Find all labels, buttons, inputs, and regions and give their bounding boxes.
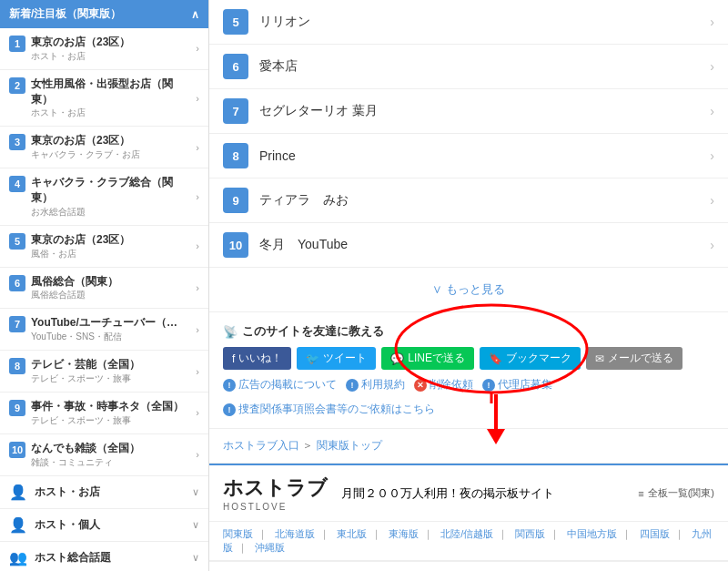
arrow-icon-2: › xyxy=(196,93,199,104)
sidebar-category-host-shop[interactable]: 👤 ホスト・お店 ∨ xyxy=(0,476,208,509)
row-arrow-5: › xyxy=(710,15,714,29)
tw-icon: 🐦 xyxy=(306,352,319,365)
share-mail-button[interactable]: ✉ メールで送る xyxy=(586,347,682,370)
ranking-row-8[interactable]: 8 Prince › xyxy=(209,134,728,178)
sidebar-item-1[interactable]: 1 東京のお店（23区） ホスト・お店 › xyxy=(0,28,208,70)
logo-ja: ホストラブ xyxy=(223,474,328,502)
arrow-icon-7: › xyxy=(196,324,199,335)
row-arrow-9: › xyxy=(710,193,714,208)
sidebar-item-9[interactable]: 9 事件・事故・時事ネタ（全国） テレビ・スポーツ・旅事 › xyxy=(0,393,208,434)
footer-link-hokkaido[interactable]: 北海道版 xyxy=(275,528,315,539)
fb-label: いいね！ xyxy=(238,351,282,366)
sidebar-item-sub-4: お水総合話題 xyxy=(31,206,190,219)
rank-num-10: 10 xyxy=(223,232,248,258)
sidebar-section-header[interactable]: 新着/注目板（関東版） ∧ xyxy=(0,0,208,28)
arrow-icon-6: › xyxy=(196,282,199,293)
sidebar-item-2[interactable]: 2 女性用風俗・出張型お店（関東） ホスト・お店 › xyxy=(0,70,208,127)
more-button-wrap[interactable]: ∨ もっと見る xyxy=(209,268,728,312)
sidebar-item-7[interactable]: 7 YouTube/ユーチューバー（… YouTube・SNS・配信 › xyxy=(0,309,208,351)
host-general-icon: 👥 xyxy=(9,549,27,566)
footer-link-chugoku[interactable]: 中国地方版 xyxy=(567,528,617,539)
sidebar-item-10[interactable]: 10 なんでも雑談（全国） 雑談・コミュニティ › xyxy=(0,434,208,476)
ranking-title-5: リリオン xyxy=(259,14,710,30)
sidebar-item-6[interactable]: 6 風俗総合（関東） 風俗総合話題 › xyxy=(0,268,208,310)
ad-icon: ! xyxy=(223,379,236,392)
footer-link-kanto[interactable]: 関東版 xyxy=(223,528,253,539)
row-arrow-6: › xyxy=(710,59,714,74)
rank-badge-10: 10 xyxy=(9,442,25,458)
link-delete[interactable]: ✕ 削除依頼 xyxy=(414,377,473,393)
terms-link[interactable]: 利用規約 xyxy=(361,377,405,393)
arrow-icon-10: › xyxy=(196,449,199,460)
category-arrow-2: ∨ xyxy=(192,519,199,531)
rank-num-8: 8 xyxy=(223,143,248,168)
wifi-icon: 📡 xyxy=(223,325,238,339)
more-button[interactable]: ∨ もっと見る xyxy=(432,282,505,296)
row-arrow-8: › xyxy=(710,148,714,163)
sidebar-item-sub-3: キャバクラ・クラブ・お店 xyxy=(31,148,190,161)
sidebar-item-sub-7: YouTube・SNS・配信 xyxy=(31,331,190,343)
sidebar-item-title-2: 女性用風俗・出張型お店（関東） xyxy=(31,76,190,107)
footer-link-tokai[interactable]: 東海版 xyxy=(389,528,419,539)
share-twitter-button[interactable]: 🐦 ツイート xyxy=(297,347,376,370)
ranking-row-9[interactable]: 9 ティアラ みお › xyxy=(209,178,728,223)
host-person-icon: 👤 xyxy=(9,516,27,534)
share-title-text: このサイトを友達に教える xyxy=(242,323,384,340)
share-bookmark-button[interactable]: 🔖 ブックマーク xyxy=(480,347,581,370)
link-agency[interactable]: ! 代理店募集 xyxy=(482,377,552,393)
share-facebook-button[interactable]: f いいね！ xyxy=(223,347,291,370)
ad-link[interactable]: 広告の掲載について xyxy=(238,377,337,393)
rank-badge-5: 5 xyxy=(9,233,25,250)
ranking-row-5[interactable]: 5 リリオン › xyxy=(209,0,728,45)
sidebar-category-label-3: ホスト総合話題 xyxy=(35,550,185,566)
sidebar-item-sub-10: 雑談・コミュニティ xyxy=(31,456,190,469)
sidebar-item-3[interactable]: 3 東京のお店（23区） キャバクラ・クラブ・お店 › xyxy=(0,127,208,168)
ranking-row-10[interactable]: 10 冬月 YouTube › xyxy=(209,223,728,268)
sidebar-item-8[interactable]: 8 テレビ・芸能（全国） テレビ・スポーツ・旅事 › xyxy=(0,351,208,393)
fb-icon: f xyxy=(232,352,235,365)
link-ad[interactable]: ! 広告の掲載について xyxy=(223,377,337,393)
investigation-link[interactable]: 捜査関係事項照会書等のご依頼はこちら xyxy=(238,402,435,417)
breadcrumb: ホストラブ入口 ＞ 関東版トップ xyxy=(209,429,728,464)
sidebar-item-title-8: テレビ・芸能（全国） xyxy=(31,357,190,372)
footer-links: 関東版｜ 北海道版｜ 東北版｜ 東海版｜ 北陸/信越版｜ 関西版｜ 中国地方版｜… xyxy=(209,522,728,561)
arrow-icon-8: › xyxy=(196,366,199,377)
agency-icon: ! xyxy=(482,379,495,392)
ranking-title-6: 愛本店 xyxy=(259,58,710,75)
link-terms[interactable]: ! 利用規約 xyxy=(346,377,405,393)
sidebar-category-host-general[interactable]: 👥 ホスト総合話題 ∨ xyxy=(0,542,208,571)
ranking-title-7: セグレターリオ 葉月 xyxy=(259,103,710,119)
footer-link-shikoku[interactable]: 四国版 xyxy=(640,528,670,539)
agency-link[interactable]: 代理店募集 xyxy=(498,377,552,393)
footer-link-hokuriku[interactable]: 北陸/信越版 xyxy=(440,528,493,539)
region-label: 全板一覧(関東) xyxy=(648,486,714,500)
link-investigation[interactable]: ! 捜査関係事項照会書等のご依頼はこちら xyxy=(223,402,435,417)
ranking-row-7[interactable]: 7 セグレターリオ 葉月 › xyxy=(209,89,728,134)
sidebar-item-5[interactable]: 5 東京のお店（23区） 風俗・お店 › xyxy=(0,226,208,268)
ranking-list: 5 リリオン › 6 愛本店 › 7 セグレターリオ 葉月 › 8 Prince… xyxy=(209,0,728,268)
sidebar-category-host-person[interactable]: 👤 ホスト・個人 ∨ xyxy=(0,509,208,542)
breadcrumb-home[interactable]: ホストラブ入口 xyxy=(223,439,299,452)
share-line-button[interactable]: 💬 LINEで送る xyxy=(381,347,474,370)
arrow-icon-1: › xyxy=(196,43,199,54)
footer-link-okinawa[interactable]: 沖縄版 xyxy=(255,542,285,553)
arrow-icon-5: › xyxy=(196,240,199,251)
sidebar-item-4[interactable]: 4 キャバクラ・クラブ総合（関東） お水総合話題 › xyxy=(0,168,208,226)
breadcrumb-region[interactable]: 関東版トップ xyxy=(317,439,382,452)
footer-link-kansai[interactable]: 関西版 xyxy=(515,528,545,539)
delete-link[interactable]: 削除依頼 xyxy=(430,377,473,393)
footer-nav-row: ¥ ホスラブ求人 📖 ホスラブ小説 🔊 ホスラブニュース 👤 ホスラブブログ 💬 xyxy=(209,561,728,571)
sidebar-item-title-5: 東京のお店（23区） xyxy=(31,232,190,248)
footer-link-tohoku[interactable]: 東北版 xyxy=(337,528,367,539)
footer-region-toggle[interactable]: ≡ 全板一覧(関東) xyxy=(638,486,714,500)
footer-tagline: 月間２００万人利用！夜の掲示板サイト xyxy=(341,485,624,502)
sidebar-item-sub-5: 風俗・お店 xyxy=(31,248,190,260)
sidebar-item-title-3: 東京のお店（23区） xyxy=(31,133,190,148)
logo-en: HOSTLOVE xyxy=(223,502,328,512)
rank-num-5: 5 xyxy=(223,9,248,35)
mail-label: メールで送る xyxy=(608,351,673,366)
sidebar-item-title-9: 事件・事故・時事ネタ（全国） xyxy=(31,399,190,414)
ranking-row-6[interactable]: 6 愛本店 › xyxy=(209,45,728,89)
breadcrumb-sep: ＞ xyxy=(302,439,316,452)
rank-num-7: 7 xyxy=(223,98,248,124)
